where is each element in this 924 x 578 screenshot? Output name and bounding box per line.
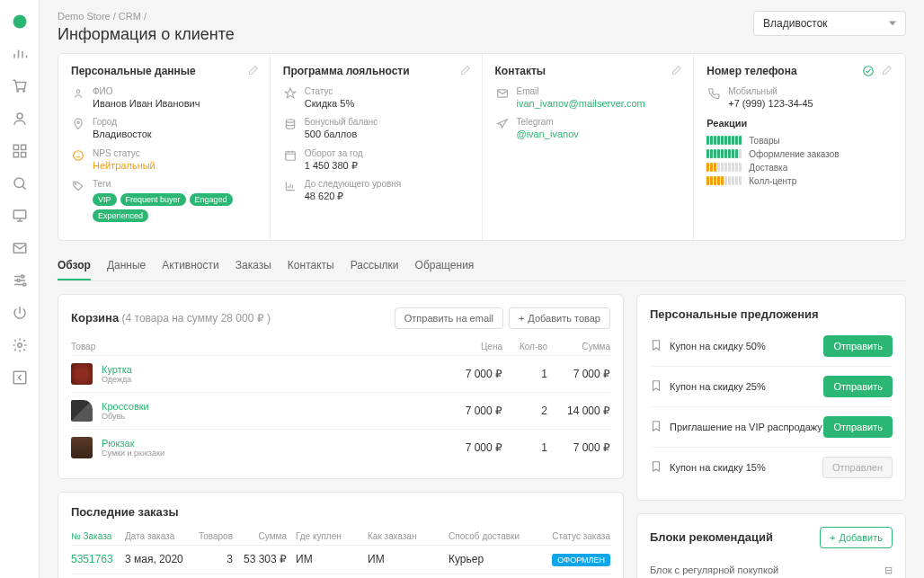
star-icon (283, 86, 298, 101)
card-contacts: Контакты Emailivan_ivanov@mailserver.com… (483, 54, 695, 240)
telegram-icon (495, 117, 510, 131)
cart-item: РюкзакСумки и рюкзаки 7 000 ₽ 1 7 000 ₽ (71, 429, 610, 466)
tags-container: VIPFrequent buyerEngagedExperienced (93, 193, 257, 222)
reaction-row: Товары (706, 136, 893, 146)
mail-icon (495, 86, 510, 101)
smile-icon (71, 148, 85, 163)
tab-Обращения[interactable]: Обращения (415, 252, 475, 280)
svg-point-15 (77, 121, 79, 123)
reco-panel: Блоки рекомендаций +Добавить Блок с регу… (636, 513, 906, 578)
product-image (71, 437, 93, 458)
breadcrumb[interactable]: Demo Store / CRM / (58, 11, 235, 22)
edit-icon[interactable] (880, 65, 893, 80)
tag[interactable]: Frequent buyer (120, 193, 186, 206)
card-phone: Номер телефона Мобильный+7 (999) 123-34-… (694, 54, 905, 240)
check-icon (862, 65, 875, 80)
svg-rect-19 (286, 152, 296, 160)
mail-icon[interactable] (5, 234, 34, 262)
coins-icon (283, 117, 298, 131)
card-loyalty: Программа лояльности СтатусСкидка 5% Бон… (271, 54, 483, 240)
edit-icon[interactable] (246, 65, 259, 80)
monitor-icon[interactable] (5, 201, 34, 230)
cart-item: КроссовкиОбувь 7 000 ₽ 2 14 000 ₽ (71, 392, 610, 429)
svg-point-17 (76, 183, 76, 184)
city-selector[interactable]: Владивосток (753, 11, 906, 36)
reactions-container: ТоварыОформление заказовДоставкаКолл-цен… (706, 136, 893, 186)
sidebar (0, 0, 40, 578)
cart-panel: Корзина (4 товара на сумму 28 000 ₽ ) От… (58, 294, 624, 479)
svg-point-10 (17, 280, 20, 282)
tab-Активности[interactable]: Активности (162, 252, 218, 280)
tag[interactable]: VIP (93, 193, 117, 206)
add-item-button[interactable]: +Добавить товар (509, 307, 610, 329)
svg-rect-2 (13, 145, 18, 149)
tab-Рассылки[interactable]: Рассылки (351, 252, 399, 280)
product-image (71, 400, 93, 422)
status-badge: ОФОРМЛЕН (552, 554, 610, 566)
collapse-icon[interactable] (5, 363, 34, 392)
cart-items: КурткаОдежда 7 000 ₽ 1 7 000 ₽ Кроссовки… (71, 355, 610, 466)
product-image (71, 363, 93, 385)
calendar-icon (283, 148, 298, 163)
svg-point-11 (22, 283, 25, 286)
svg-point-9 (21, 275, 23, 278)
chart-icon (283, 179, 298, 193)
minus-icon[interactable]: ⊟ (884, 565, 893, 576)
svg-rect-3 (21, 145, 25, 149)
search-icon[interactable] (5, 169, 34, 198)
card-personal: Персональные данные ФИОИванов Иван Ивано… (58, 54, 271, 240)
offers-panel: Персональные предложения Купон на скидку… (636, 294, 906, 501)
send-offer-button[interactable]: Отправить (823, 335, 893, 357)
tag[interactable]: Engaged (190, 193, 233, 206)
offer-row: Приглашение на VIP распродажу Отправить (650, 407, 893, 448)
svg-rect-7 (13, 210, 26, 218)
page-title: Информация о клиенте (58, 25, 235, 44)
settings2-icon[interactable] (5, 266, 34, 295)
offer-row: Купон на скидку 50% Отправить (650, 326, 893, 367)
bookmark-icon (650, 339, 662, 353)
cart-icon[interactable] (5, 72, 34, 101)
location-icon (71, 117, 85, 131)
svg-point-18 (286, 120, 294, 123)
svg-point-21 (864, 67, 874, 76)
send-email-button[interactable]: Отправить на email (395, 307, 503, 329)
order-row: 4327362 14 апр, 2020 5 39 812 ₽ Оффлайн … (71, 574, 610, 578)
reaction-row: Оформление заказов (706, 149, 893, 159)
tag-icon (71, 179, 85, 193)
tab-Данные[interactable]: Данные (107, 252, 146, 280)
user-icon[interactable] (5, 104, 34, 133)
orders-panel: Последние заказы № Заказа Дата заказа То… (58, 492, 624, 578)
send-offer-button: Отправлен (822, 457, 893, 478)
add-reco-button[interactable]: +Добавить (820, 527, 893, 548)
edit-icon[interactable] (670, 65, 682, 80)
bars-icon[interactable] (5, 40, 34, 68)
grid-icon[interactable] (5, 137, 34, 165)
cart-item: КурткаОдежда 7 000 ₽ 1 7 000 ₽ (71, 355, 610, 392)
tab-Заказы[interactable]: Заказы (235, 252, 271, 280)
svg-rect-4 (13, 153, 18, 157)
svg-rect-5 (21, 153, 25, 157)
svg-rect-13 (13, 371, 26, 384)
edit-icon[interactable] (458, 65, 471, 80)
offer-row: Купон на скидку 15% Отправлен (650, 448, 893, 487)
svg-point-12 (17, 343, 22, 348)
send-offer-button[interactable]: Отправить (823, 376, 893, 397)
power-icon[interactable] (5, 298, 34, 327)
svg-point-0 (13, 15, 26, 29)
gear-icon[interactable] (5, 331, 34, 360)
svg-point-16 (74, 150, 84, 160)
offer-row: Купон на скидку 25% Отправить (650, 367, 893, 407)
send-offer-button[interactable]: Отправить (823, 416, 893, 438)
bookmark-icon (650, 460, 662, 475)
reaction-row: Колл-центр (706, 176, 893, 186)
tag[interactable]: Experienced (93, 209, 148, 222)
tabs: ОбзорДанныеАктивностиЗаказыКонтактыРассы… (58, 252, 906, 281)
person-icon (71, 86, 85, 101)
svg-point-14 (76, 90, 80, 93)
orders-rows: 5351763 3 мая, 2020 3 53 303 ₽ ИМ ИМ Кур… (71, 545, 610, 578)
logo-icon[interactable] (5, 7, 34, 36)
offers-list: Купон на скидку 50% ОтправитьКупон на ск… (650, 326, 893, 487)
tab-Контакты[interactable]: Контакты (288, 252, 334, 280)
tab-Обзор[interactable]: Обзор (58, 252, 91, 280)
phone-icon (706, 86, 721, 101)
